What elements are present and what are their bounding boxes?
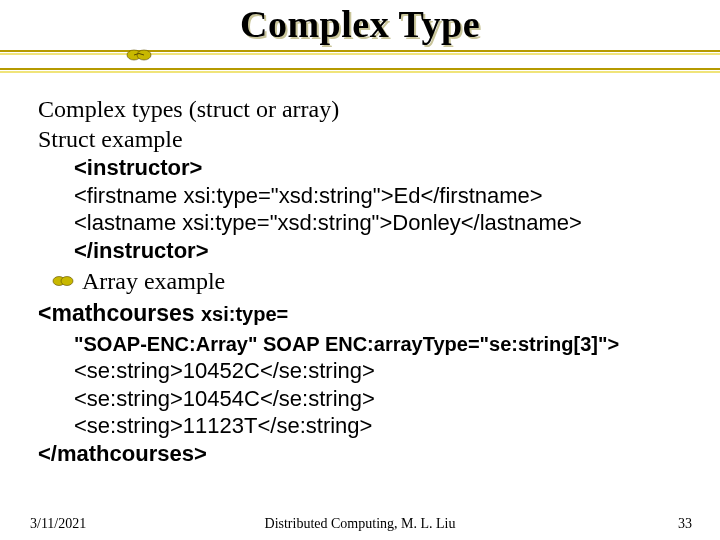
code-frag: <mathcourses [38,300,201,326]
title-underline-decor [0,50,720,78]
slide: Complex Type Complex types (struct or ar… [0,2,720,540]
slide-title: Complex Type [0,2,720,46]
code-line: <firstname xsi:type="xsd:string">Ed</fir… [74,182,692,210]
svg-point-0 [127,50,141,60]
code-line: <mathcourses xsi:type= [38,298,692,328]
leaf-icon [52,272,74,290]
code-line: <se:string>10454C</se:string> [74,385,692,413]
code-line: </mathcourses> [38,440,692,468]
text-line: Array example [82,266,225,296]
svg-point-3 [61,277,73,286]
footer-center: Distributed Computing, M. L. Liu [0,516,720,532]
code-line: <se:string>11123T</se:string> [74,412,692,440]
leaf-icon [126,44,152,66]
footer-page-number: 33 [678,516,692,532]
code-line: </instructor> [74,237,692,265]
bullet-row: Array example [52,266,692,296]
code-line: <se:string>10452C</se:string> [74,357,692,385]
text-line: Struct example [38,124,692,154]
slide-body: Complex types (struct or array) Struct e… [38,94,692,467]
code-line: <instructor> [74,154,692,182]
code-line: <lastname xsi:type="xsd:string">Donley</… [74,209,692,237]
svg-point-1 [137,50,151,60]
code-line: "SOAP-ENC:Array" SOAP ENC:arrayType="se:… [74,332,692,357]
code-frag: xsi:type= [201,303,288,325]
text-line: Complex types (struct or array) [38,94,692,124]
